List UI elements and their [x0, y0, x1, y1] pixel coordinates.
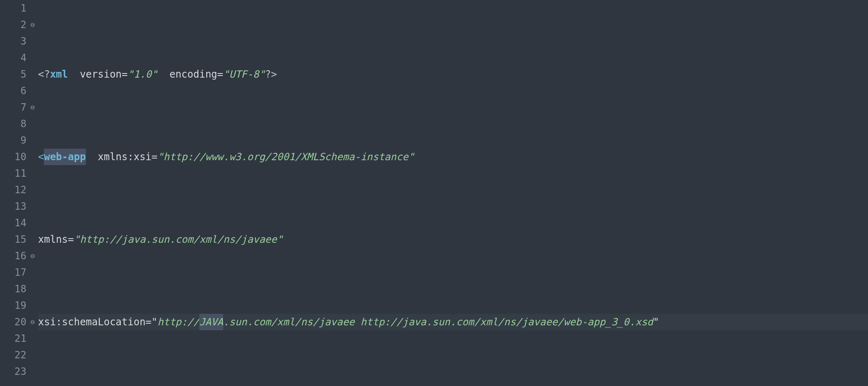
xml-attr-name: xmlns — [38, 231, 68, 248]
fold-slot — [29, 330, 36, 347]
line-number: 3 — [0, 33, 26, 50]
line-number: 13 — [0, 198, 26, 215]
code-editor[interactable]: 1 2 3 4 5 6 7 8 9 10 11 12 13 14 15 16 1… — [0, 0, 868, 386]
fold-toggle-icon[interactable]: ⊖ — [29, 17, 36, 33]
fold-slot — [29, 281, 36, 297]
selection-highlight: JAVA — [199, 314, 223, 330]
fold-slot — [29, 165, 36, 182]
xml-attr-value: "http://www.w3.org/2001/XMLSchema-instan… — [157, 149, 414, 165]
line-number: 1 — [0, 0, 26, 17]
fold-toggle-icon[interactable]: ⊖ — [29, 248, 36, 264]
line-number: 5 — [0, 66, 26, 83]
fold-slot — [29, 0, 36, 17]
line-number: 2 — [0, 17, 26, 33]
fold-slot — [29, 347, 36, 363]
line-number: 18 — [0, 281, 26, 297]
line-number: 11 — [0, 165, 26, 182]
fold-slot — [29, 149, 36, 165]
xml-pi-name: xml — [50, 66, 68, 83]
line-number-gutter: 1 2 3 4 5 6 7 8 9 10 11 12 13 14 15 16 1… — [0, 0, 29, 386]
quote-icon: " — [653, 314, 659, 330]
xml-attr-name: xsi:schemaLocation — [38, 314, 145, 330]
line-number: 12 — [0, 182, 26, 198]
fold-slot — [29, 66, 36, 83]
fold-slot — [29, 83, 36, 99]
line-number: 15 — [0, 231, 26, 248]
line-number: 20 — [0, 314, 26, 330]
line-number: 16 — [0, 248, 26, 264]
code-line[interactable]: <web-app xmlns:xsi="http://www.w3.org/20… — [38, 149, 868, 165]
code-line[interactable]: <?xml version="1.0" encoding="UTF-8"?> — [38, 66, 868, 83]
fold-slot — [29, 116, 36, 132]
code-area[interactable]: <?xml version="1.0" encoding="UTF-8"?> <… — [36, 0, 868, 386]
xml-tag-name: web-app — [44, 149, 86, 165]
quote-icon: " — [152, 314, 157, 330]
fold-slot — [29, 198, 36, 215]
fold-slot — [29, 215, 36, 231]
code-line-current[interactable]: xsi:schemaLocation="http://JAVA.sun.com/… — [38, 314, 868, 330]
line-number: 10 — [0, 149, 26, 165]
fold-slot — [29, 50, 36, 66]
fold-gutter: ⊖ ⊖ ⊖ ⊖ — [29, 0, 36, 386]
fold-slot — [29, 297, 36, 314]
xml-attr-name: xmlns:xsi — [98, 149, 152, 165]
fold-toggle-icon[interactable]: ⊖ — [29, 314, 36, 330]
code-line[interactable]: xmlns="http://java.sun.com/xml/ns/javaee… — [38, 231, 868, 248]
line-number: 4 — [0, 50, 26, 66]
xml-attr-value: "http://java.sun.com/xml/ns/javaee" — [74, 231, 283, 248]
line-number: 7 — [0, 99, 26, 116]
xml-attr-value: "1.0" — [128, 66, 157, 83]
fold-slot — [29, 231, 36, 248]
fold-slot — [29, 33, 36, 50]
line-number: 17 — [0, 264, 26, 281]
line-number: 8 — [0, 116, 26, 132]
xml-attr-value: .sun.com/xml/ns/javaee http://java.sun.c… — [223, 314, 653, 330]
fold-slot — [29, 363, 36, 380]
xml-attr-value: "UTF-8" — [223, 66, 265, 83]
xml-pi-close: ?> — [265, 66, 277, 83]
line-number: 22 — [0, 347, 26, 363]
angle-open-icon: < — [38, 149, 44, 165]
xml-pi-open: <? — [38, 66, 50, 83]
line-number: 23 — [0, 363, 26, 380]
line-number: 6 — [0, 83, 26, 99]
line-number: 21 — [0, 330, 26, 347]
line-number: 9 — [0, 132, 26, 149]
fold-toggle-icon[interactable]: ⊖ — [29, 99, 36, 116]
xml-attr-value: http:// — [157, 314, 199, 330]
line-number: 14 — [0, 215, 26, 231]
fold-slot — [29, 264, 36, 281]
xml-attr-name: encoding — [169, 66, 217, 83]
fold-slot — [29, 182, 36, 198]
xml-attr-name: version — [80, 66, 122, 83]
fold-slot — [29, 132, 36, 149]
line-number: 19 — [0, 297, 26, 314]
